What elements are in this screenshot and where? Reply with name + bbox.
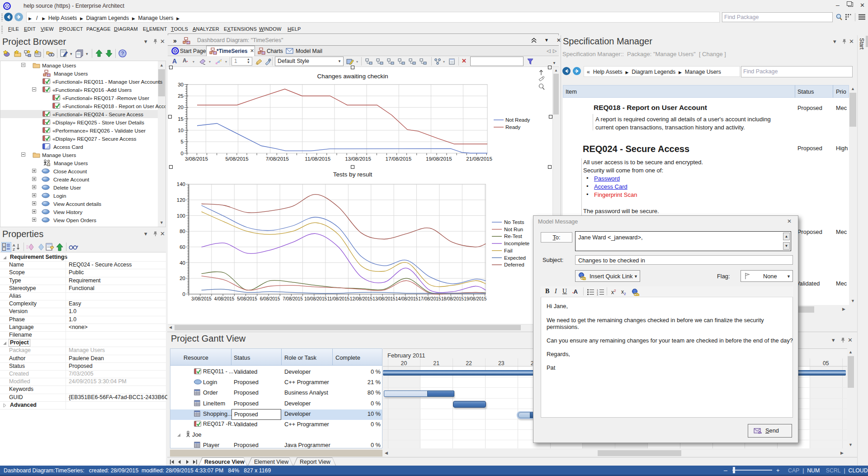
svg-text:13/08/2015: 13/08/2015 [345, 156, 371, 162]
svg-text:Incomplete: Incomplete [504, 241, 529, 246]
svg-text:11/08/2015: 11/08/2015 [305, 156, 330, 162]
svg-text:100: 100 [177, 213, 185, 219]
svg-text:Not Ready: Not Ready [505, 117, 530, 123]
svg-text:60: 60 [179, 244, 185, 250]
svg-text:Deferred: Deferred [504, 262, 524, 267]
svg-text:11/08/2015: 11/08/2015 [327, 296, 350, 301]
svg-text:17/08/2015: 17/08/2015 [418, 296, 441, 301]
svg-text:12/08/2015: 12/08/2015 [350, 296, 373, 301]
svg-text:25: 25 [178, 93, 184, 99]
svg-text:Expected: Expected [504, 255, 526, 261]
svg-text:3/08/2015: 3/08/2015 [185, 156, 208, 162]
svg-text:Re-Test: Re-Test [504, 233, 522, 239]
svg-text:21/08/2015: 21/08/2015 [466, 156, 492, 162]
svg-text:Ready: Ready [505, 124, 520, 130]
svg-text:140: 140 [177, 181, 185, 187]
svg-text:30: 30 [178, 82, 184, 87]
svg-text:Fail: Fail [504, 248, 513, 253]
svg-text:20: 20 [179, 276, 185, 281]
svg-text:Tests by result: Tests by result [333, 171, 373, 178]
svg-text:40: 40 [179, 260, 185, 266]
svg-text:7/08/2015: 7/08/2015 [283, 296, 303, 301]
svg-text:0: 0 [183, 291, 185, 297]
svg-text:4/08/2015: 4/08/2015 [214, 296, 235, 301]
svg-text:5/08/2015: 5/08/2015 [237, 296, 257, 301]
svg-text:+: + [3, 243, 5, 247]
svg-text:No Tests: No Tests [504, 219, 524, 225]
svg-text:3: 3 [597, 293, 598, 295]
svg-text:120: 120 [177, 197, 185, 203]
svg-text:Changes awaiting checkin: Changes awaiting checkin [317, 73, 388, 80]
svg-text:0: 0 [181, 151, 184, 156]
svg-text:18/08/2015: 18/08/2015 [441, 296, 464, 301]
svg-text:20: 20 [178, 105, 184, 110]
svg-text:+: + [3, 248, 5, 251]
svg-text:5: 5 [181, 139, 184, 144]
svg-text:3/08/2015: 3/08/2015 [191, 296, 212, 301]
svg-text:14/08/2015: 14/08/2015 [396, 296, 418, 301]
svg-text:15: 15 [178, 116, 184, 122]
svg-text:Not Run: Not Run [504, 227, 523, 232]
svg-text:7/08/2015: 7/08/2015 [266, 156, 289, 162]
svg-text:17/08/2015: 17/08/2015 [386, 156, 412, 162]
svg-text:13/08/2015: 13/08/2015 [373, 296, 395, 301]
svg-text:5/08/2015: 5/08/2015 [225, 156, 248, 162]
svg-text:A: A [13, 243, 15, 248]
svg-text:80: 80 [179, 228, 185, 234]
svg-text:19/08/2015: 19/08/2015 [464, 296, 486, 301]
svg-text:19/08/2015: 19/08/2015 [426, 156, 452, 162]
svg-text:?: ? [121, 51, 124, 56]
svg-text:6/08/2015: 6/08/2015 [260, 296, 280, 301]
svg-text:Z: Z [13, 248, 15, 251]
svg-text:10/08/2015: 10/08/2015 [304, 296, 327, 301]
svg-text:10: 10 [178, 128, 184, 133]
